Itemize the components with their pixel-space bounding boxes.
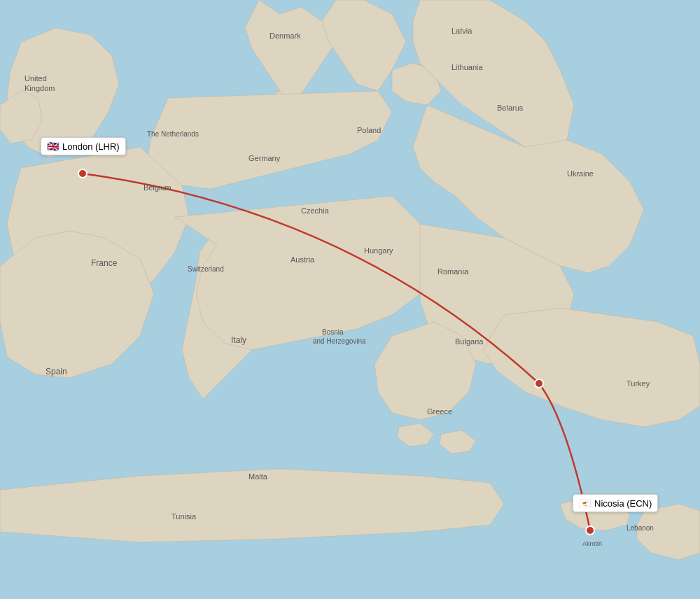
label-romania: Romania xyxy=(438,267,469,276)
nicosia-airport-name: Nicosia (ECN) xyxy=(594,498,652,509)
map-container: United Kingdom Denmark Latvia Lithuania … xyxy=(0,0,700,599)
label-latvia: Latvia xyxy=(451,27,472,35)
label-netherlands: The Netherlands xyxy=(147,130,199,138)
label-switzerland: Switzerland xyxy=(188,265,224,273)
label-turkey: Turkey xyxy=(626,379,650,388)
london-airport-name: London (LHR) xyxy=(62,141,120,152)
nicosia-airport-label: 🇨🇾 Nicosia (ECN) xyxy=(573,494,658,512)
label-united-kingdom-2: Kingdom xyxy=(24,84,55,92)
label-tunisia: Tunisia xyxy=(172,512,197,521)
label-hungary: Hungary xyxy=(364,246,393,255)
label-bosnia: Bosnia xyxy=(322,328,344,336)
label-akrotiri: Akrotiri xyxy=(582,540,602,547)
origin-dot xyxy=(78,169,87,178)
label-denmark: Denmark xyxy=(270,31,301,40)
label-germany: Germany xyxy=(248,154,281,162)
cyprus-flag-icon: 🇨🇾 xyxy=(579,498,591,509)
destination-dot xyxy=(586,526,594,535)
label-belgium: Belgium xyxy=(144,183,172,192)
label-bosnia-2: and Herzegovina xyxy=(313,337,366,345)
label-czechia: Czechia xyxy=(301,206,330,215)
london-airport-label: 🇬🇧 London (LHR) xyxy=(41,137,126,155)
waypoint-dot xyxy=(535,379,543,388)
label-lithuania: Lithuania xyxy=(451,63,484,71)
label-spain: Spain xyxy=(46,367,67,376)
uk-flag-icon: 🇬🇧 xyxy=(47,141,59,152)
label-italy: Italy xyxy=(231,335,246,345)
label-lebanon: Lebanon xyxy=(626,524,654,532)
label-malta: Malta xyxy=(248,472,268,481)
label-belarus: Belarus xyxy=(497,104,524,112)
label-poland: Poland xyxy=(357,126,381,134)
label-united-kingdom: United xyxy=(24,74,47,83)
label-austria: Austria xyxy=(290,255,315,264)
label-ukraine: Ukraine xyxy=(567,169,594,178)
label-greece: Greece xyxy=(427,407,452,416)
label-bulgaria: Bulgaria xyxy=(455,337,484,346)
label-france: France xyxy=(91,258,118,268)
